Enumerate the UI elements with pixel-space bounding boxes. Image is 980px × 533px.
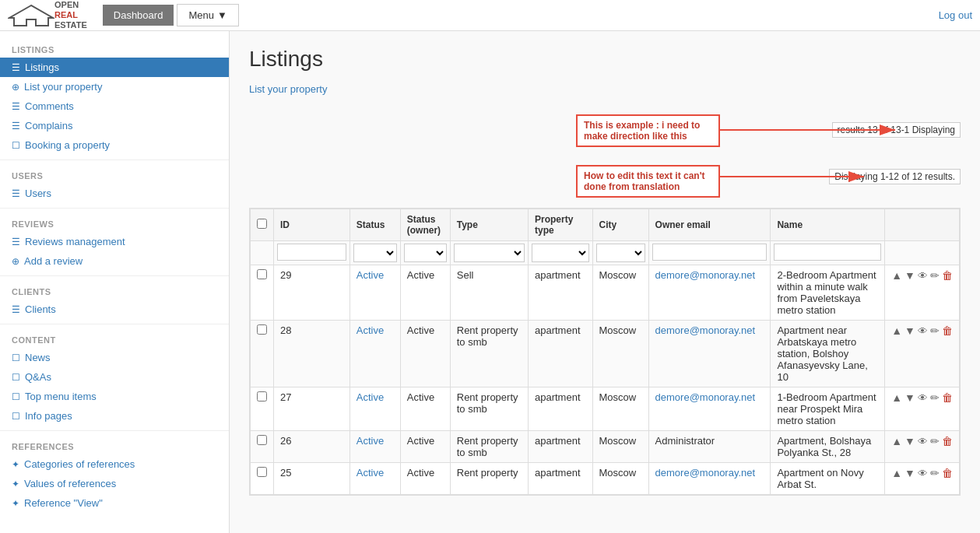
sidebar-item-list-property[interactable]: ⊕ List your property (0, 77, 229, 96)
move-up-icon[interactable]: ▲ (891, 467, 902, 479)
app-logo: OPENREALESTATE (8, 0, 87, 30)
col-checkbox (251, 209, 274, 241)
col-actions (885, 209, 960, 241)
sidebar-item-listings[interactable]: ☰ Listings (0, 58, 229, 77)
row-checkbox[interactable] (257, 467, 267, 477)
row-actions: ▲ ▼ 👁 ✏ 🗑 (885, 387, 960, 431)
move-up-icon[interactable]: ▲ (891, 391, 902, 404)
sidebar-item-reviews-mgmt[interactable]: ☰ Reviews management (0, 232, 229, 251)
filter-status-owner-col: Active (400, 241, 450, 265)
edit-icon[interactable]: ✏ (930, 324, 940, 337)
filter-email-input[interactable] (652, 244, 767, 261)
email-link[interactable]: demore@monoray.net (655, 467, 756, 479)
dashboard-button[interactable]: Dashboard (103, 5, 174, 26)
filter-status-select[interactable]: Active Inactive (353, 244, 397, 262)
email-link[interactable]: demore@monoray.net (655, 269, 756, 281)
annotation-box-2: How to edit this text it can't done from… (576, 165, 720, 198)
view-icon[interactable]: 👁 (918, 468, 928, 479)
sidebar-item-qas[interactable]: ☐ Q&As (0, 367, 229, 387)
main-content: Listings List your property This is exam… (230, 31, 980, 533)
status-link[interactable]: Active (357, 269, 384, 281)
email-link[interactable]: demore@monoray.net (655, 324, 756, 336)
move-down-icon[interactable]: ▼ (904, 467, 915, 479)
sidebar-item-booking-label: Booking a property (25, 139, 110, 151)
row-property-type: apartment (528, 387, 592, 431)
filter-city-select[interactable]: Moscow (596, 244, 645, 262)
sidebar-item-info-pages[interactable]: ☐ Info pages (0, 406, 229, 426)
delete-icon[interactable]: 🗑 (942, 391, 953, 404)
sidebar-item-news[interactable]: ☐ News (0, 348, 229, 367)
sidebar-item-top-menu[interactable]: ☐ Top menu items (0, 387, 229, 406)
email-link[interactable]: demore@monoray.net (655, 391, 756, 403)
status-link[interactable]: Active (357, 391, 384, 403)
sidebar-item-top-menu-label: Top menu items (25, 391, 97, 402)
menu-button[interactable]: Menu ▼ (177, 4, 238, 26)
filter-name-col (771, 241, 885, 265)
edit-icon[interactable]: ✏ (930, 435, 940, 447)
row-actions: ▲ ▼ 👁 ✏ 🗑 (885, 265, 960, 321)
sidebar-item-booking[interactable]: ☐ Booking a property (0, 135, 229, 155)
filter-city-col: Moscow (592, 241, 648, 265)
filter-id-input[interactable] (277, 244, 346, 261)
move-down-icon[interactable]: ▼ (904, 324, 915, 337)
table-row: 26ActiveActiveRent property to smbapartm… (251, 431, 960, 463)
select-all-checkbox[interactable] (257, 219, 267, 229)
edit-icon[interactable]: ✏ (930, 269, 940, 282)
delete-icon[interactable]: 🗑 (942, 324, 953, 337)
move-down-icon[interactable]: ▼ (904, 391, 915, 404)
view-icon[interactable]: 👁 (918, 436, 928, 447)
row-checkbox-cell (251, 265, 274, 321)
row-id: 27 (274, 387, 350, 431)
view-icon[interactable]: 👁 (918, 392, 928, 404)
row-name: 2-Bedroom Apartment within a minute walk… (771, 265, 885, 321)
filter-type-select[interactable]: Sell Rent (454, 244, 525, 262)
sidebar-item-add-review[interactable]: ⊕ Add a review (0, 251, 229, 271)
logout-button[interactable]: Log out (939, 9, 972, 21)
view-icon[interactable]: 👁 (918, 270, 928, 282)
move-down-icon[interactable]: ▼ (904, 435, 915, 447)
move-down-icon[interactable]: ▼ (904, 269, 915, 282)
row-status: Active (349, 463, 400, 495)
row-owner-email: demore@monoray.net (648, 463, 771, 495)
filter-status-owner-select[interactable]: Active (404, 244, 447, 262)
status-link[interactable]: Active (357, 324, 384, 336)
sidebar-item-values-ref[interactable]: ✦ Values of references (0, 474, 229, 493)
col-status-owner: Status(owner) (400, 209, 450, 241)
sidebar-item-complains[interactable]: ☰ Complains (0, 116, 229, 135)
delete-icon[interactable]: 🗑 (942, 435, 953, 447)
sidebar-item-users[interactable]: ☰ Users (0, 184, 229, 203)
plus-icon: ⊕ (12, 82, 19, 93)
sidebar-item-categories-ref[interactable]: ✦ Categories of references (0, 454, 229, 474)
delete-icon[interactable]: 🗑 (942, 269, 953, 282)
delete-icon[interactable]: 🗑 (942, 467, 953, 479)
move-up-icon[interactable]: ▲ (891, 324, 902, 337)
row-status: Active (349, 431, 400, 463)
row-checkbox[interactable] (257, 435, 267, 445)
edit-icon[interactable]: ✏ (930, 391, 940, 404)
status-link[interactable]: Active (357, 435, 384, 447)
row-owner-email: demore@monoray.net (648, 265, 771, 321)
sidebar-section-listings: LISTINGS (0, 39, 229, 58)
sidebar-item-values-ref-label: Values of references (24, 478, 116, 489)
row-status-owner: Active (400, 463, 450, 495)
row-status-owner: Active (400, 265, 450, 321)
move-up-icon[interactable]: ▲ (891, 435, 902, 447)
sidebar-item-clients[interactable]: ☰ Clients (0, 300, 229, 319)
filter-name-input[interactable] (774, 244, 881, 261)
row-owner-email: Administrator (648, 431, 771, 463)
status-link[interactable]: Active (357, 467, 384, 479)
list-property-link[interactable]: List your property (249, 83, 327, 95)
sidebar-item-comments[interactable]: ☰ Comments (0, 96, 229, 116)
filter-property-type-select[interactable]: apartment (532, 244, 589, 262)
annotation-area: This is example : i need to make directi… (249, 110, 961, 204)
move-up-icon[interactable]: ▲ (891, 269, 902, 282)
sidebar-item-reference-view[interactable]: ✦ Reference "View" (0, 493, 229, 513)
row-checkbox[interactable] (257, 269, 267, 279)
col-city: City (592, 209, 648, 241)
row-checkbox[interactable] (257, 391, 267, 402)
row-checkbox[interactable] (257, 324, 267, 335)
view-icon[interactable]: 👁 (918, 325, 928, 337)
col-property-type: Propertytype (528, 209, 592, 241)
edit-icon[interactable]: ✏ (930, 467, 940, 479)
filter-id-col (274, 241, 350, 265)
